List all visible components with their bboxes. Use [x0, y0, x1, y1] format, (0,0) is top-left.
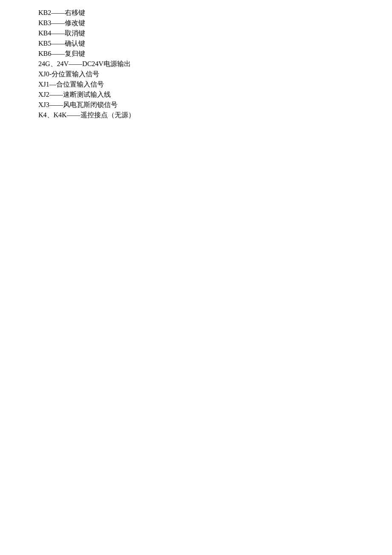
definition-line: XJ0-分位置输入信号: [38, 69, 392, 79]
definition-line: XJ2——速断测试输入线: [38, 90, 392, 100]
definition-line: XJ3——风电瓦斯闭锁信号: [38, 100, 392, 110]
definition-line: K4、K4K——遥控接点（无源）: [38, 110, 392, 120]
definition-line: KB6——复归键: [38, 49, 392, 59]
definition-line: 24G、24V——DC24V电源输出: [38, 59, 392, 69]
definition-line: KB4——取消键: [38, 28, 392, 38]
definition-line: KB2——右移键: [38, 8, 392, 18]
document-content: KB2——右移键 KB3——修改键 KB4——取消键 KB5——确认键 KB6—…: [0, 0, 392, 120]
definition-line: KB5——确认键: [38, 38, 392, 49]
definition-line: XJ1—合位置输入信号: [38, 79, 392, 90]
definition-line: KB3——修改键: [38, 18, 392, 28]
